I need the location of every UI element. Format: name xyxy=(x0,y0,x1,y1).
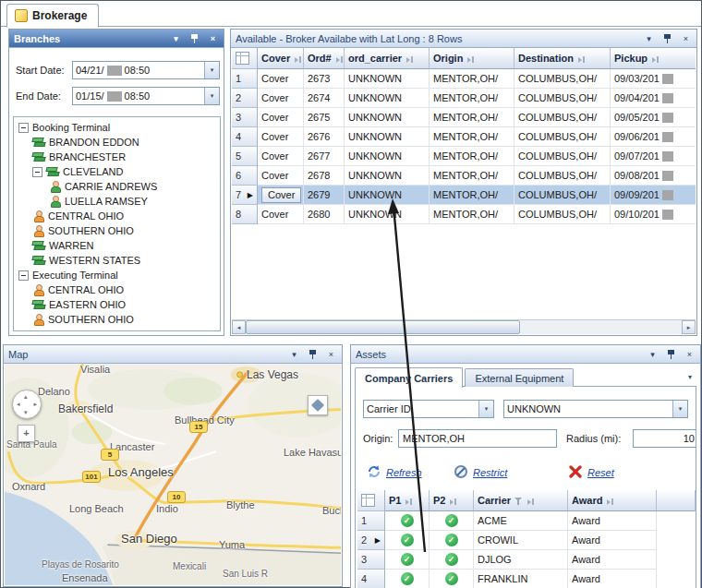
table-row[interactable]: 1 ✓ ✓ ACME Award xyxy=(357,511,696,531)
dropdown-arrow-icon[interactable]: ▾ xyxy=(672,401,687,417)
pin-icon[interactable] xyxy=(188,32,200,44)
table-row-focused[interactable]: 2▶ ✓ ✓ CROWIL Award xyxy=(357,531,696,550)
table-row[interactable]: 3 Cover 2675 UNKNOWN MENTOR,OH/ COLUMBUS… xyxy=(232,108,696,127)
dropdown-arrow-icon[interactable]: ▾ xyxy=(204,62,219,78)
end-date-input[interactable]: 01/15/08:50 ▾ xyxy=(72,87,220,105)
tab-menu-icon[interactable]: ▾ xyxy=(684,370,696,383)
chevron-down-icon[interactable]: ▾ xyxy=(170,32,182,44)
chevron-down-icon[interactable]: ▾ xyxy=(288,348,300,360)
pin-icon[interactable] xyxy=(307,348,319,360)
tree-item-central-ohio[interactable]: CENTRAL OHIO xyxy=(14,209,220,223)
pan-left-icon[interactable]: ◂ xyxy=(17,401,20,407)
row-header[interactable]: 8 xyxy=(232,205,258,224)
cover-cell[interactable]: Cover xyxy=(258,205,304,224)
tree-item-branchester[interactable]: BRANCHESTER xyxy=(14,150,220,164)
column-header-p2[interactable]: P2 xyxy=(430,490,474,511)
row-header[interactable]: 6 xyxy=(232,166,258,186)
reset-link-label[interactable]: Reset xyxy=(587,467,614,478)
column-header-carrier[interactable]: Carrier xyxy=(474,490,568,511)
table-row[interactable]: 5 Cover 2677 UNKNOWN MENTOR,OH/ COLUMBUS… xyxy=(232,147,696,166)
tree-item-booking-terminal[interactable]: Booking Terminal xyxy=(14,120,220,135)
pan-right-icon[interactable]: ▸ xyxy=(33,401,37,407)
table-row[interactable]: 1 Cover 2673 UNKNOWN MENTOR,OH/ COLUMBUS… xyxy=(232,69,696,89)
column-header-cover[interactable]: Cover xyxy=(258,48,304,69)
table-row[interactable]: 4 ✓ ✓ FRANKLIN Award xyxy=(357,570,696,588)
start-date-input[interactable]: 04/21/08:50 ▾ xyxy=(72,61,220,79)
pin-icon[interactable] xyxy=(665,348,677,360)
cover-cell[interactable]: Cover xyxy=(258,89,304,108)
tree-item-brandon-eddon[interactable]: BRANDON EDDON xyxy=(14,135,220,150)
collapse-toggle-icon[interactable] xyxy=(32,167,42,177)
carrier-value-combo[interactable]: UNKNOWN ▾ xyxy=(503,400,688,418)
horizontal-scrollbar[interactable]: ◂ ▸ xyxy=(232,319,696,334)
close-icon[interactable]: × xyxy=(325,348,337,360)
table-row[interactable]: 6 Cover 2678 UNKNOWN MENTOR,OH/ COLUMBUS… xyxy=(232,166,696,186)
tab-external-equipment[interactable]: External Equipment xyxy=(465,368,574,387)
tree-item-executing-terminal[interactable]: Executing Terminal xyxy=(14,268,220,282)
column-header-ord-carrier[interactable]: ord_carrier xyxy=(345,48,430,69)
tree-item-western-states[interactable]: WESTERN STATES xyxy=(14,253,220,268)
table-row[interactable]: 2 Cover 2674 UNKNOWN MENTOR,OH/ COLUMBUS… xyxy=(232,89,696,108)
column-header-origin[interactable]: Origin xyxy=(430,48,514,69)
reset-link[interactable]: Reset xyxy=(568,464,614,481)
scroll-left-button[interactable]: ◂ xyxy=(232,320,246,334)
tab-company-carriers[interactable]: Company Carriers xyxy=(355,367,463,388)
cover-cell[interactable]: Cover xyxy=(258,166,304,186)
tree-item-southern-ohio[interactable]: SOUTHERN OHIO xyxy=(14,223,220,238)
tab-brokerage[interactable]: Brokerage xyxy=(6,4,99,28)
pan-up-icon[interactable]: ▴ xyxy=(24,393,28,400)
cover-cell[interactable]: Cover xyxy=(258,108,304,127)
table-row-selected[interactable]: 7▶ Cover 2679 UNKNOWN MENTOR,OH/ COLUMBU… xyxy=(232,186,696,205)
cover-cell[interactable]: Cover xyxy=(258,69,304,89)
close-icon[interactable]: × xyxy=(684,348,696,360)
carrier-name-cell[interactable]: FRANKLIN xyxy=(474,570,568,588)
cover-button[interactable]: Cover xyxy=(261,187,301,203)
origin-field[interactable]: MENTOR,OH xyxy=(398,429,557,448)
cover-cell[interactable]: Cover xyxy=(258,186,304,205)
chevron-down-icon[interactable]: ▾ xyxy=(643,32,655,44)
column-header-award[interactable]: Award xyxy=(568,490,657,511)
row-header[interactable]: 5 xyxy=(232,147,258,166)
scroll-right-button[interactable]: ▸ xyxy=(682,320,696,334)
column-header-ord[interactable]: Ord# xyxy=(304,48,345,69)
chevron-down-icon[interactable]: ▾ xyxy=(647,348,659,360)
row-header[interactable]: 2▶ xyxy=(357,531,385,550)
tree-item-carrie-andrews[interactable]: CARRIE ANDREWS xyxy=(14,179,220,194)
close-icon[interactable]: × xyxy=(207,32,219,44)
dropdown-arrow-icon[interactable]: ▾ xyxy=(204,88,219,104)
row-header[interactable]: 3 xyxy=(232,108,258,127)
carrier-name-cell[interactable]: DJLOG xyxy=(474,550,568,570)
tree-item-warren[interactable]: WARREN xyxy=(14,238,220,253)
cover-cell[interactable]: Cover xyxy=(258,147,304,166)
grid-corner-cell[interactable] xyxy=(357,490,385,511)
tree-item-exec-central-ohio[interactable]: CENTRAL OHIO xyxy=(14,282,220,297)
carrier-name-cell[interactable]: ACME xyxy=(474,511,568,531)
zoom-in-button[interactable]: + xyxy=(18,425,35,442)
restrict-link-label[interactable]: Restrict xyxy=(473,467,507,478)
scrollbar-thumb[interactable] xyxy=(246,320,520,334)
carrier-id-combo[interactable]: Carrier ID ▾ xyxy=(363,400,494,418)
row-header[interactable]: 1 xyxy=(232,69,258,89)
row-header[interactable]: 3 xyxy=(357,550,385,570)
radius-field[interactable]: 10 xyxy=(633,429,696,448)
map-canvas[interactable]: Visalia Las Vegas Delano Bakersfield Bul… xyxy=(5,364,341,585)
row-header[interactable]: 7▶ xyxy=(232,186,258,205)
row-header[interactable]: 1 xyxy=(357,511,385,531)
grid-corner-cell[interactable] xyxy=(232,48,258,69)
cover-cell[interactable]: Cover xyxy=(258,127,304,147)
row-header[interactable]: 4 xyxy=(232,127,258,147)
carrier-name-cell[interactable]: CROWIL xyxy=(474,531,568,550)
refresh-link[interactable]: Refresh xyxy=(367,464,422,481)
dropdown-arrow-icon[interactable]: ▾ xyxy=(478,401,493,417)
restrict-link[interactable]: Restrict xyxy=(454,464,507,481)
collapse-toggle-icon[interactable] xyxy=(18,123,29,133)
tree-item-exec-southern-ohio[interactable]: SOUTHERN OHIO xyxy=(14,312,220,327)
pin-icon[interactable] xyxy=(661,32,673,44)
pan-down-icon[interactable]: ▾ xyxy=(24,409,28,415)
filter-funnel-icon[interactable] xyxy=(514,498,523,506)
row-header[interactable]: 4 xyxy=(357,570,385,588)
column-header-destination[interactable]: Destination xyxy=(514,48,611,69)
column-header-p1[interactable]: P1 xyxy=(385,490,430,511)
map-pan-control[interactable]: ▴ ▾ ◂ ▸ xyxy=(12,390,42,419)
refresh-link-label[interactable]: Refresh xyxy=(386,467,422,478)
